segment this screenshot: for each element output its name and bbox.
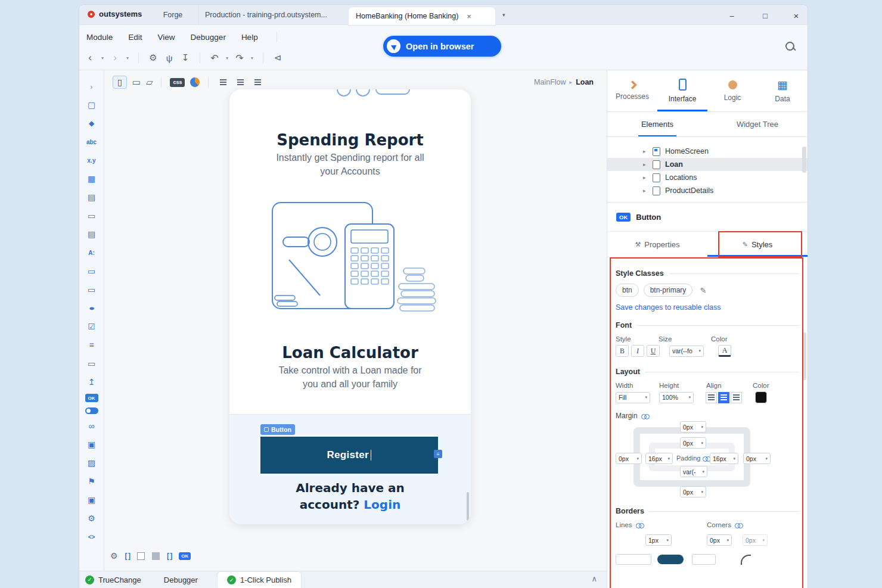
table-widget-icon[interactable]: ▦ [85, 172, 98, 185]
corner-radius-select-2[interactable]: 0px [743, 534, 768, 546]
tree-item-loan[interactable]: ▸ Loan [607, 158, 808, 171]
tab-processes[interactable]: Processes [607, 70, 657, 111]
breadcrumb-loan[interactable]: Loan [576, 78, 594, 86]
tab-list-caret-icon[interactable]: ▾ [502, 12, 505, 18]
screen-gear-icon[interactable]: ⚙ [110, 551, 118, 561]
close-button[interactable]: × [788, 10, 804, 21]
font-size-select[interactable]: var(--fo [669, 346, 704, 357]
class-pill-btn-primary[interactable]: btn-primary [644, 284, 693, 297]
font-color-button[interactable]: A [718, 345, 731, 357]
container-white-icon[interactable] [137, 552, 145, 560]
form-widget-icon[interactable]: ▤ [85, 228, 98, 241]
expand-caret-icon[interactable]: ▸ [643, 161, 653, 167]
navigate-back-icon[interactable]: ‹ [85, 52, 95, 64]
back-history-caret-icon[interactable]: ▾ [101, 55, 104, 61]
bold-button[interactable]: B [616, 345, 629, 357]
block-brackets-icon[interactable]: [ ] [125, 552, 130, 560]
ok-button-crumb-icon[interactable]: OK [179, 552, 191, 560]
tab-interface[interactable]: Interface [657, 70, 707, 111]
pages-widget-icon[interactable]: ▣ [85, 438, 98, 451]
redo-icon[interactable]: ↷ [235, 52, 244, 64]
margin-link-icon[interactable] [641, 413, 649, 419]
tab-properties[interactable]: ⚒ Properties [607, 232, 707, 257]
align-left-icon[interactable] [217, 76, 229, 88]
italic-button[interactable]: I [631, 345, 644, 357]
corners-link-icon[interactable] [735, 522, 743, 528]
undo-icon[interactable]: ↶ [210, 52, 219, 64]
subtab-elements[interactable]: Elements [607, 112, 707, 136]
layout-color-swatch[interactable] [755, 391, 767, 403]
lines-link-icon[interactable] [636, 522, 644, 528]
align-right-icon[interactable] [251, 76, 263, 88]
text-widget-icon[interactable]: abc [85, 135, 98, 148]
card-widget-icon[interactable]: ▭ [85, 283, 98, 296]
feedback-icon[interactable]: ⊲ [273, 52, 282, 63]
variable-widget-icon[interactable]: x.y [85, 154, 98, 167]
menu-debugger[interactable]: Debugger [191, 33, 226, 42]
undo-history-caret-icon[interactable]: ▾ [226, 55, 228, 61]
width-select[interactable]: Fill [616, 392, 650, 403]
margin-bottom-select[interactable]: 0px [680, 486, 706, 497]
maximize-button[interactable]: □ [757, 10, 773, 21]
tree-item-homescreen[interactable]: ▸ HomeScreen [607, 145, 808, 158]
border-width-select[interactable]: 1px [645, 534, 672, 546]
padding-top-select[interactable]: 0px [680, 437, 706, 449]
collapse-panel-icon[interactable]: ∧ [591, 574, 597, 583]
container-widget-icon[interactable]: ▢ [85, 98, 98, 111]
search-icon[interactable] [784, 41, 796, 52]
image-widget-icon[interactable]: ▨ [85, 456, 98, 469]
height-select[interactable]: 100% [659, 392, 694, 403]
manage-dependencies-icon[interactable]: ψ [164, 53, 174, 63]
link-widget-icon[interactable]: ∞ [85, 419, 98, 433]
forward-history-caret-icon[interactable]: ▾ [126, 55, 129, 61]
menu-module[interactable]: Module [86, 33, 113, 42]
flag-widget-icon[interactable]: ⚑ [85, 475, 98, 488]
button-bar-widget-icon[interactable]: ▭ [85, 265, 98, 278]
panel-scrollbar-thumb[interactable] [802, 332, 806, 380]
padding-bottom-select[interactable]: var(- [680, 466, 707, 477]
margin-left-select[interactable]: 0px [616, 453, 642, 464]
align-left-button[interactable] [706, 392, 717, 403]
import-elements-icon[interactable]: ↧ [181, 52, 190, 63]
underline-button[interactable]: U [647, 345, 660, 357]
breadcrumb-mainflow[interactable]: MainFlow [534, 78, 566, 86]
tab-forge[interactable]: Forge [156, 5, 190, 25]
code-widget-icon[interactable]: <> [85, 530, 98, 543]
ok-button-widget-icon[interactable]: OK [85, 394, 98, 402]
chip-widget-icon[interactable]: ● [81, 301, 102, 315]
settings-gear-icon[interactable]: ⚙ [148, 52, 158, 63]
phone-scrollbar-thumb[interactable] [467, 492, 469, 521]
expression-widget-icon[interactable]: ◆ [85, 117, 98, 130]
register-button[interactable]: Register [260, 437, 438, 474]
save-reusable-class-link[interactable]: Save changes to reusable class [616, 303, 799, 312]
theme-colors-icon[interactable] [190, 77, 200, 87]
border-style-box[interactable] [616, 554, 651, 565]
input-widget-icon[interactable]: ▭ [85, 209, 98, 222]
widget-handle-icon[interactable]: ≡ [434, 450, 442, 458]
upload-widget-icon[interactable]: ↥ [85, 375, 98, 388]
expand-caret-icon[interactable]: ▸ [643, 175, 653, 181]
text-area-widget-icon[interactable]: ▭ [85, 357, 98, 370]
edit-classes-pencil-icon[interactable]: ✎ [700, 286, 706, 295]
border-color-pill[interactable] [657, 555, 684, 564]
expand-caret-icon[interactable]: ▸ [643, 148, 653, 154]
login-link[interactable]: Login [364, 497, 400, 512]
tab-styles[interactable]: ✎ Styles [707, 232, 808, 257]
tab-logic[interactable]: Logic [707, 70, 757, 111]
block-brackets-icon[interactable]: [ ] [167, 552, 172, 560]
copy-widget-icon[interactable]: ▣ [85, 493, 98, 506]
truechange-item[interactable]: TrueChange [85, 575, 141, 584]
switch-widget-icon[interactable] [85, 407, 98, 414]
tree-item-productdetails[interactable]: ▸ ProductDetails [607, 184, 808, 197]
open-in-browser-button[interactable]: Open in browser [383, 36, 501, 57]
list-widget-icon[interactable]: ▤ [85, 191, 98, 204]
menu-help[interactable]: Help [241, 33, 258, 42]
margin-right-select[interactable]: 0px [743, 453, 771, 464]
expand-toolbox-icon[interactable]: › [85, 80, 98, 93]
close-tab-icon[interactable]: × [467, 12, 471, 21]
menu-edit[interactable]: Edit [128, 33, 142, 42]
minimize-button[interactable]: – [724, 10, 740, 21]
one-click-publish-item[interactable]: 1-Click Publish [217, 571, 302, 588]
gear-widget-icon[interactable]: ⚙ [85, 512, 98, 525]
align-center-button[interactable] [718, 392, 729, 403]
